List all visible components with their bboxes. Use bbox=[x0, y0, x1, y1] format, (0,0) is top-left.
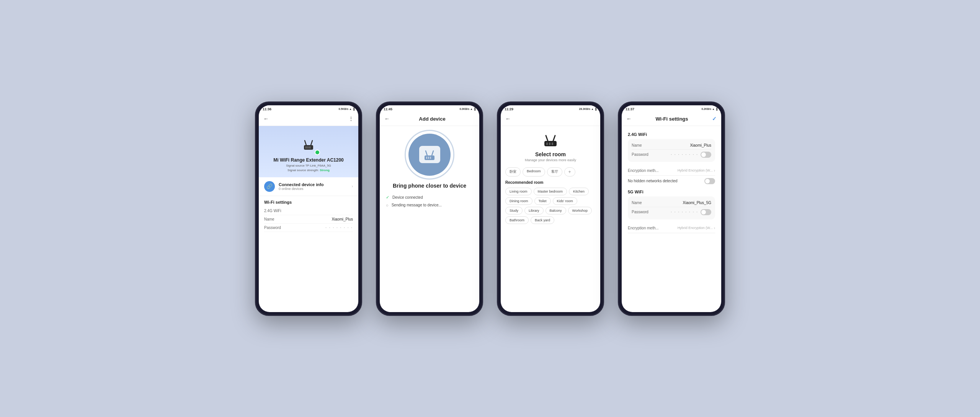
enc-row-24[interactable]: Encryption meth... Hybrid Encryption (W.… bbox=[628, 166, 715, 176]
status-bar-1: 11:36 0.5KB/s ▲ ▐ bbox=[259, 105, 358, 112]
speed-3: 28.3KB/s bbox=[579, 108, 591, 110]
wifi-section-1: Wi-Fi settings 2.4G WiFi Name Xiaomi_Plu… bbox=[259, 196, 358, 234]
phone-2-screen: 11:45 0.0KB/s ▲ ▐ ← Add device bbox=[380, 105, 479, 312]
svg-rect-1 bbox=[305, 146, 307, 149]
tag-living-cn[interactable]: 客厅 bbox=[547, 167, 562, 177]
phone-3-screen: 11:29 28.3KB/s ▲ ▐ ← bbox=[501, 105, 600, 312]
connected-text: Connected device info 0 online devices bbox=[279, 182, 352, 191]
svg-rect-15 bbox=[552, 142, 553, 145]
step-2-label: Sending message to device... bbox=[392, 203, 442, 207]
enc-arrow-24: › bbox=[714, 168, 715, 173]
svg-line-4 bbox=[305, 141, 306, 145]
tag-bedroom[interactable]: Bedroom bbox=[523, 167, 545, 177]
password-dots-24: · · · · · · · · bbox=[671, 152, 698, 157]
router-svg-1 bbox=[300, 135, 317, 152]
enc-label-5: Encryption meth... bbox=[628, 226, 659, 230]
svg-line-5 bbox=[311, 141, 312, 145]
time-4: 11:37 bbox=[626, 107, 634, 111]
name-row-5: Name Xiaomi_Plus_5G bbox=[632, 199, 711, 207]
tag-backyard[interactable]: Back yard bbox=[531, 216, 554, 224]
tag-workshop[interactable]: Workshop bbox=[568, 207, 592, 214]
no-hidden-label: No hidden networks detected bbox=[628, 179, 678, 183]
tag-kitchen[interactable]: Kitchen bbox=[569, 188, 589, 195]
select-room-sub: Manage your devices more easily bbox=[525, 158, 576, 162]
phones-container: 11:36 0.5KB/s ▲ ▐ ← ⋮ bbox=[255, 101, 725, 316]
password-label-24: Password bbox=[632, 152, 648, 157]
phone-1-screen: 11:36 0.5KB/s ▲ ▐ ← ⋮ bbox=[259, 105, 358, 312]
no-hidden-row: No hidden networks detected bbox=[628, 176, 715, 186]
enc-arrow-5: › bbox=[714, 226, 715, 230]
battery-icon-4: ▐ bbox=[715, 108, 717, 110]
password-toggle-5[interactable] bbox=[701, 209, 711, 215]
tag-bathroom[interactable]: Bathroom bbox=[505, 216, 529, 224]
svg-rect-14 bbox=[549, 142, 550, 145]
wifi-section-title: Wi-Fi settings bbox=[264, 200, 353, 204]
connected-info-row[interactable]: 🔗 Connected device info 0 online devices… bbox=[259, 177, 358, 196]
wifi-password-dots: · · · · · · · · bbox=[325, 226, 353, 230]
step-1-label: Device connected bbox=[392, 195, 423, 200]
confirm-icon-4[interactable]: ✓ bbox=[712, 116, 717, 122]
name-value-5: Xiaomi_Plus_5G bbox=[683, 201, 711, 205]
phone-1: 11:36 0.5KB/s ▲ ▐ ← ⋮ bbox=[255, 101, 362, 316]
top-bar-1: ← ⋮ bbox=[259, 112, 358, 126]
enc-row-5[interactable]: Encryption meth... Hybrid Encryption (W.… bbox=[628, 223, 715, 233]
wifi-icon-3: ▲ bbox=[591, 108, 594, 110]
back-button-4[interactable]: ← bbox=[626, 116, 632, 122]
tag-toilet[interactable]: Toilet bbox=[534, 197, 551, 205]
page-title-4: Wi-Fi settings bbox=[632, 116, 712, 122]
time-1: 11:36 bbox=[263, 107, 271, 111]
back-button-2[interactable]: ← bbox=[384, 116, 390, 122]
tag-add[interactable]: + bbox=[564, 167, 575, 177]
wifi-icon-4: ▲ bbox=[712, 108, 715, 110]
enc-right-5: Hybrid Encryption (W... › bbox=[678, 226, 715, 230]
svg-line-16 bbox=[546, 136, 548, 141]
wifi-settings-body: 2.4G WiFi Name Xiaomi_Plus Password · · … bbox=[622, 126, 721, 312]
tag-dining[interactable]: Dining room bbox=[505, 197, 532, 205]
device-signal-1: Signal source TP-Link_F6AA_5G Signal sou… bbox=[286, 164, 331, 173]
tag-kids[interactable]: Kids' room bbox=[553, 197, 577, 205]
device-icon-1 bbox=[297, 132, 320, 155]
wifi-password-label: Password bbox=[264, 226, 281, 230]
name-row-24: Name Xiaomi_Plus bbox=[632, 141, 711, 150]
phone-4: 11:37 0.2KB/s ▲ ▐ ← Wi-Fi settings ✓ 2.4… bbox=[618, 101, 725, 316]
page-title-2: Add device bbox=[390, 116, 475, 122]
wifi-name-label: Name bbox=[264, 217, 274, 221]
top-bar-4: ← Wi-Fi settings ✓ bbox=[622, 112, 721, 126]
step-1: ✓ Device connected bbox=[386, 195, 473, 200]
password-row-24: Password · · · · · · · · bbox=[632, 150, 711, 160]
back-button-1[interactable]: ← bbox=[263, 116, 269, 122]
nfc-arc bbox=[405, 130, 454, 180]
tag-study[interactable]: Study bbox=[505, 207, 523, 214]
device-name-1: Mi WiFi Range Extender AC1200 bbox=[273, 157, 344, 163]
connected-arrow: › bbox=[352, 184, 353, 188]
recommended-room-tags: Living room Master bedroom Kitchen Dinin… bbox=[501, 185, 600, 226]
top-bar-3: ← bbox=[501, 112, 600, 126]
step-2: ○ Sending message to device... bbox=[386, 203, 473, 208]
password-toggle-24[interactable] bbox=[701, 152, 711, 158]
tag-library[interactable]: Library bbox=[524, 207, 544, 214]
online-dot-1 bbox=[315, 150, 320, 155]
tag-master[interactable]: Master bedroom bbox=[534, 188, 567, 195]
existing-room-tags: 卧室 Bedroom 客厅 + bbox=[501, 165, 600, 179]
time-2: 11:45 bbox=[384, 107, 392, 111]
band-5-title: 5G WiFi bbox=[628, 190, 715, 194]
band-24-title: 2.4G WiFi bbox=[628, 132, 715, 137]
menu-icon-1[interactable]: ⋮ bbox=[348, 116, 354, 122]
tag-living[interactable]: Living room bbox=[505, 188, 532, 195]
password-row-5: Password · · · · · · · · bbox=[632, 207, 711, 217]
router-svg-dark bbox=[541, 130, 560, 149]
tag-bedroom-cn[interactable]: 卧室 bbox=[505, 167, 521, 177]
wifi-name-value: Xiaomi_Plus bbox=[332, 217, 353, 221]
enc-label-24: Encryption meth... bbox=[628, 168, 659, 173]
battery-icon-3: ▐ bbox=[595, 108, 596, 110]
svg-rect-2 bbox=[307, 146, 309, 149]
battery-icon-1: ▐ bbox=[353, 108, 354, 110]
back-button-3[interactable]: ← bbox=[505, 116, 511, 122]
hidden-toggle[interactable] bbox=[704, 178, 715, 184]
status-icons-3: 28.3KB/s ▲ ▐ bbox=[579, 108, 596, 110]
connected-sub: 0 online devices bbox=[279, 187, 352, 191]
tag-balcony[interactable]: Balcony bbox=[546, 207, 566, 214]
svg-rect-3 bbox=[309, 146, 310, 149]
status-bar-4: 11:37 0.2KB/s ▲ ▐ bbox=[622, 105, 721, 112]
password-row-right-24: · · · · · · · · bbox=[671, 152, 711, 158]
